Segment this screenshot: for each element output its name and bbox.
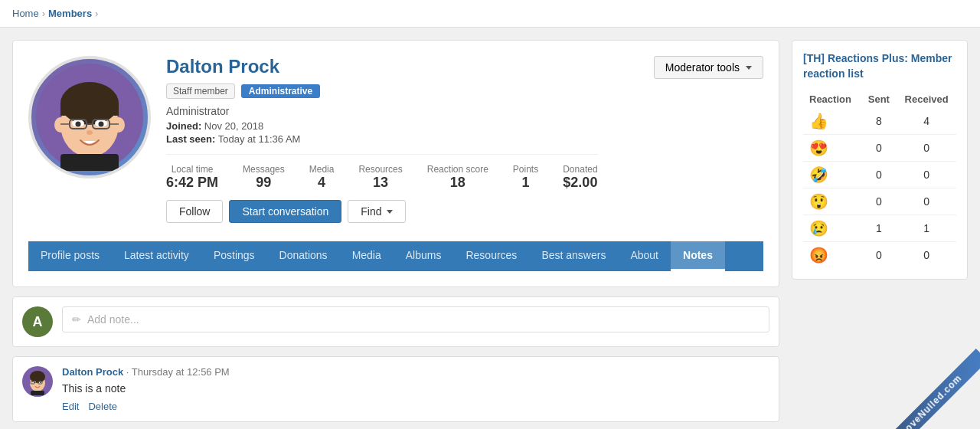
tabs-bar: Profile postsLatest activityPostingsDona… xyxy=(28,241,763,271)
svg-point-15 xyxy=(87,130,93,135)
reaction-panel: [TH] Reactions Plus: Member reaction lis… xyxy=(792,40,968,280)
note-author: Dalton Prock xyxy=(62,366,123,378)
add-note-placeholder: Add note... xyxy=(87,313,139,326)
reaction-received: 0 xyxy=(897,162,956,188)
pencil-icon: ✏ xyxy=(72,313,81,326)
note-author-line: Dalton Prock · Thursday at 12:56 PM xyxy=(62,366,769,378)
tab-latest-activity[interactable]: Latest activity xyxy=(112,241,201,271)
tab-media[interactable]: Media xyxy=(340,241,394,271)
notes-section: A ✏ Add note... xyxy=(12,296,779,422)
reaction-row: 😍 0 0 xyxy=(803,135,956,162)
start-conversation-button[interactable]: Start conversation xyxy=(229,200,341,223)
badges: Staff member Administrative xyxy=(166,84,598,99)
stat-value: 6:42 PM xyxy=(166,175,218,191)
sidebar: [TH] Reactions Plus: Member reaction lis… xyxy=(792,40,968,422)
svg-rect-27 xyxy=(31,391,44,395)
tab-postings[interactable]: Postings xyxy=(201,241,267,271)
staff-badge: Staff member xyxy=(166,84,235,99)
col-received: Received xyxy=(897,90,956,108)
follow-button[interactable]: Follow xyxy=(166,200,223,223)
note-edit-link[interactable]: Edit xyxy=(62,401,79,412)
stat-item: Reaction score18 xyxy=(427,164,488,191)
breadcrumb-sep-1: › xyxy=(42,8,45,19)
avatar-area xyxy=(28,56,151,178)
stat-item: Donated$2.00 xyxy=(563,164,597,191)
stat-item: Resources13 xyxy=(358,164,402,191)
svg-point-5 xyxy=(113,117,125,133)
reaction-row: 😢 1 1 xyxy=(803,215,956,242)
stat-value: 4 xyxy=(318,175,325,191)
stat-label: Messages xyxy=(243,164,285,175)
stat-label: Media xyxy=(309,164,335,175)
tab-donations[interactable]: Donations xyxy=(267,241,340,271)
stat-label: Points xyxy=(513,164,538,175)
stat-item: Media4 xyxy=(309,164,335,191)
col-reaction: Reaction xyxy=(803,90,861,108)
reaction-received: 0 xyxy=(897,188,956,215)
tab-resources[interactable]: Resources xyxy=(453,241,529,271)
tab-albums[interactable]: Albums xyxy=(394,241,454,271)
profile-card: Dalton Prock Staff member Administrative… xyxy=(12,40,779,287)
breadcrumb-home[interactable]: Home xyxy=(12,8,39,19)
stat-label: Reaction score xyxy=(427,164,488,175)
tab-profile-posts[interactable]: Profile posts xyxy=(28,241,112,271)
add-note-input[interactable]: ✏ Add note... xyxy=(62,306,769,332)
admin-badge: Administrative xyxy=(241,84,320,98)
stat-value: 13 xyxy=(373,175,388,191)
note-input-row: A ✏ Add note... xyxy=(12,296,779,347)
reaction-received: 0 xyxy=(897,242,956,269)
reaction-sent: 0 xyxy=(861,188,897,215)
reaction-sent: 1 xyxy=(861,215,897,242)
stat-value: 18 xyxy=(450,175,466,191)
reaction-sent: 0 xyxy=(861,135,897,162)
main-content: Dalton Prock Staff member Administrative… xyxy=(12,40,779,422)
moderator-tools-button[interactable]: Moderator tools xyxy=(654,56,763,79)
reaction-emoji: 😲 xyxy=(803,188,861,215)
reaction-row: 🤣 0 0 xyxy=(803,162,956,188)
reaction-row: 👍 8 4 xyxy=(803,108,956,135)
reaction-received: 4 xyxy=(897,108,956,135)
note-actions: Edit Delete xyxy=(62,401,769,412)
moderator-tools-label: Moderator tools xyxy=(665,61,740,74)
profile-last-seen: Last seen: Today at 11:36 AM xyxy=(166,133,598,145)
reaction-table: Reaction Sent Received 👍 8 4 😍 0 0 🤣 0 0… xyxy=(803,90,956,268)
stat-item: Points1 xyxy=(513,164,538,191)
reaction-sent: 8 xyxy=(861,108,897,135)
col-sent: Sent xyxy=(861,90,897,108)
profile-top: Dalton Prock Staff member Administrative… xyxy=(28,56,598,223)
profile-actions: Follow Start conversation Find xyxy=(166,200,598,223)
note-text: This is a note xyxy=(62,382,769,395)
reaction-row: 😲 0 0 xyxy=(803,188,956,215)
moderator-caret-icon xyxy=(746,66,752,70)
reaction-emoji: 😢 xyxy=(803,215,861,242)
stat-item: Local time6:42 PM xyxy=(166,164,218,191)
tab-best-answers[interactable]: Best answers xyxy=(529,241,618,271)
note-delete-link[interactable]: Delete xyxy=(88,401,117,412)
profile-info: Dalton Prock Staff member Administrative… xyxy=(166,56,598,223)
note-author-avatar xyxy=(22,366,53,397)
tab-about[interactable]: About xyxy=(618,241,671,271)
stat-value: 1 xyxy=(522,175,530,191)
note-body: Dalton Prock · Thursday at 12:56 PM This… xyxy=(62,366,769,412)
breadcrumb: Home › Members › xyxy=(0,0,980,28)
find-button[interactable]: Find xyxy=(348,200,405,223)
note-entry: Dalton Prock · Thursday at 12:56 PM This… xyxy=(12,356,779,422)
svg-rect-3 xyxy=(60,103,119,116)
stat-item: Messages99 xyxy=(243,164,285,191)
svg-rect-16 xyxy=(60,154,119,171)
breadcrumb-sep-2: › xyxy=(95,8,98,19)
current-user-avatar: A xyxy=(22,306,53,337)
svg-point-9 xyxy=(99,122,104,127)
breadcrumb-members[interactable]: Members xyxy=(48,8,92,19)
reaction-emoji: 👍 xyxy=(803,108,861,135)
reaction-emoji: 🤣 xyxy=(803,162,861,188)
tab-notes[interactable]: Notes xyxy=(671,241,725,271)
reaction-received: 0 xyxy=(897,135,956,162)
svg-point-4 xyxy=(54,117,67,133)
stat-label: Resources xyxy=(358,164,402,175)
stat-value: 99 xyxy=(256,175,271,191)
svg-point-8 xyxy=(76,122,81,127)
reaction-emoji: 😍 xyxy=(803,135,861,162)
profile-header-row: Dalton Prock Staff member Administrative… xyxy=(28,56,763,223)
profile-joined: Joined: Nov 20, 2018 xyxy=(166,120,598,132)
